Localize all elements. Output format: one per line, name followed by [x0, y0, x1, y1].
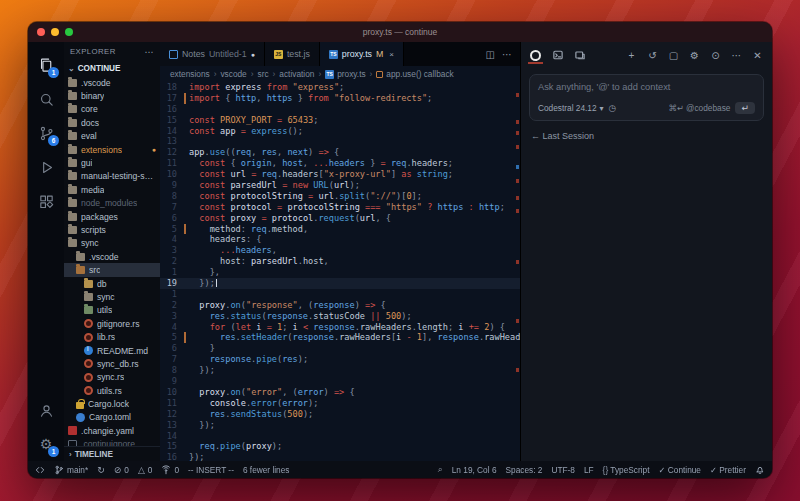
status-remote[interactable]	[35, 465, 45, 475]
code-line[interactable]: 5 method: req.method,	[160, 224, 520, 235]
code-line[interactable]: 18import express from "express";	[160, 82, 520, 93]
tree-item-extensions[interactable]: extensions●	[64, 143, 160, 156]
tree-item--changie-yaml[interactable]: .changie.yaml	[64, 424, 160, 437]
code-line[interactable]: 9 const parsedUrl = new URL(url);	[160, 180, 520, 191]
tab-notes[interactable]: NotesUntitled-1●	[160, 42, 265, 66]
activity-source-control-icon[interactable]: 6	[31, 116, 61, 150]
frame-icon[interactable]: ▢	[667, 47, 680, 63]
activity-run-debug-icon[interactable]	[31, 150, 61, 184]
tree-item-gitignore-rs[interactable]: gitignore.rs	[64, 317, 160, 330]
tree-item-eval[interactable]: eval	[64, 130, 160, 143]
code-line-current[interactable]: 19 });	[160, 278, 520, 289]
section-continue[interactable]: ⌄ CONTINUE	[64, 61, 160, 76]
tree-item-db[interactable]: db	[64, 277, 160, 290]
code-line[interactable]: 9	[160, 376, 520, 387]
breadcrumb-item[interactable]: app.use() callback	[376, 69, 453, 79]
tab-proxy-ts[interactable]: TSproxy.tsM×	[320, 42, 404, 66]
submit-button[interactable]: ↵	[735, 102, 755, 114]
code-line[interactable]: 3 res.status(response.statusCode || 500)…	[160, 311, 520, 322]
breadcrumb-item[interactable]: vscode	[220, 69, 246, 79]
status-sync[interactable]: ↻	[97, 465, 105, 475]
tree-item-cargo-lock[interactable]: Cargo.lock	[64, 397, 160, 410]
explorer-more-icon[interactable]: ⋯	[145, 47, 154, 57]
code-line[interactable]: 12app.use((req, res, next) => {	[160, 147, 520, 158]
code-line[interactable]: 4 for (let i = 1; i < response.rawHeader…	[160, 322, 520, 333]
code-line[interactable]: 16});	[160, 452, 520, 461]
activity-settings-icon[interactable]: ⚙1	[31, 427, 61, 461]
status-broadcast[interactable]: 0	[161, 465, 179, 475]
new-session-icon[interactable]: +	[625, 47, 638, 63]
close-icon[interactable]: ✕	[751, 47, 764, 63]
status-git-branch[interactable]: main*	[54, 465, 88, 475]
status-vim-mode[interactable]: -- INSERT --	[188, 465, 234, 475]
tree-item-utils[interactable]: utils	[64, 304, 160, 317]
tree-item-packages[interactable]: packages	[64, 210, 160, 223]
code-line[interactable]: 10 proxy.on("error", (error) => {	[160, 387, 520, 398]
tab-test-js[interactable]: JStest.js	[265, 42, 320, 66]
tree-item-sync[interactable]: sync	[64, 290, 160, 303]
more-icon[interactable]: ⋯	[502, 49, 512, 60]
model-selector[interactable]: Codestral 24.12 ▾	[538, 103, 604, 113]
settings-icon[interactable]: ⚙	[688, 47, 701, 63]
code-line[interactable]: 6 }	[160, 343, 520, 354]
tree-item-sync-rs[interactable]: sync.rs	[64, 371, 160, 384]
section-timeline[interactable]: › TIMELINE	[64, 446, 160, 461]
tree-item-readme-md[interactable]: README.md	[64, 344, 160, 357]
code-line[interactable]: 14const app = express();	[160, 126, 520, 137]
tree-item-docs[interactable]: docs	[64, 116, 160, 129]
continue-logo-icon[interactable]	[529, 47, 542, 63]
code-line[interactable]: 15 req.pipe(proxy);	[160, 441, 520, 452]
code-line[interactable]: 7 const protocol = protocolString === "h…	[160, 202, 520, 213]
more-icon[interactable]: ⋯	[730, 47, 743, 63]
account-icon[interactable]: ⊙	[709, 47, 722, 63]
code-line[interactable]: 11 console.error(error);	[160, 398, 520, 409]
tree-item-binary[interactable]: binary	[64, 89, 160, 102]
history-icon[interactable]: ↺	[646, 47, 659, 63]
terminal-icon[interactable]	[551, 47, 564, 63]
status-language-mode[interactable]: {} TypeScript	[603, 465, 650, 475]
tree-item-lib-rs[interactable]: lib.rs	[64, 330, 160, 343]
code-line[interactable]: 4 headers: {	[160, 234, 520, 245]
activity-accounts-icon[interactable]	[31, 393, 61, 427]
tree-item-node-modules[interactable]: node_modules	[64, 197, 160, 210]
code-line[interactable]: 15const PROXY_PORT = 65433;	[160, 115, 520, 126]
tree-item-core[interactable]: core	[64, 103, 160, 116]
code-line[interactable]: 8 });	[160, 365, 520, 376]
breadcrumb-item[interactable]: extensions	[170, 69, 210, 79]
tree-item--vscode[interactable]: .vscode	[64, 250, 160, 263]
tree-item--vscode[interactable]: .vscode	[64, 76, 160, 89]
status-search-status[interactable]: ⌕	[438, 464, 443, 475]
breadcrumb-item[interactable]: TSproxy.ts	[325, 69, 365, 79]
tree-item-sync[interactable]: sync	[64, 237, 160, 250]
code-line[interactable]: 11 const { origin, host, ...headers } = …	[160, 158, 520, 169]
code-line[interactable]: 10 const url = req.headers["x-proxy-url"…	[160, 169, 520, 180]
status-prettier-status[interactable]: ✓ Prettier	[710, 465, 746, 475]
code-line[interactable]: 17import { http, https } from "follow-re…	[160, 93, 520, 104]
tree-item--continuignore[interactable]: .continuignore	[64, 438, 160, 446]
status-indentation[interactable]: Spaces: 2	[506, 465, 543, 475]
status-cursor-position[interactable]: Ln 19, Col 6	[452, 465, 497, 475]
tree-item-src[interactable]: src	[64, 263, 160, 276]
status-eol[interactable]: LF	[584, 465, 594, 475]
split-editor-icon[interactable]: ◫	[486, 49, 495, 60]
status-notifications[interactable]	[755, 465, 765, 475]
code-line[interactable]: 5 res.setHeader(response.rawHeaders[i - …	[160, 332, 520, 343]
tree-item-utils-rs[interactable]: utils.rs	[64, 384, 160, 397]
code-editor[interactable]: 18import express from "express";17import…	[160, 82, 520, 461]
code-line[interactable]: 13	[160, 136, 520, 147]
tree-item-gui[interactable]: gui	[64, 156, 160, 169]
breadcrumb-item[interactable]: activation	[279, 69, 314, 79]
status-warnings[interactable]: △0	[138, 465, 153, 475]
code-line[interactable]: 7 response.pipe(res);	[160, 354, 520, 365]
last-session-link[interactable]: ← Last Session	[531, 131, 762, 141]
code-line[interactable]: 2 host: parsedUrl.host,	[160, 256, 520, 267]
tree-item-scripts[interactable]: scripts	[64, 223, 160, 236]
code-line[interactable]: 2 proxy.on("response", (response) => {	[160, 300, 520, 311]
code-line[interactable]: 12 res.sendStatus(500);	[160, 409, 520, 420]
chat-input-box[interactable]: Ask anything, '@' to add context Codestr…	[529, 74, 764, 121]
tree-item-sync-db-rs[interactable]: sync_db.rs	[64, 357, 160, 370]
window-split-icon[interactable]	[573, 47, 586, 63]
activity-explorer-icon[interactable]: 1	[31, 48, 61, 82]
breadcrumb-item[interactable]: src	[258, 69, 269, 79]
activity-search-icon[interactable]	[31, 82, 61, 116]
